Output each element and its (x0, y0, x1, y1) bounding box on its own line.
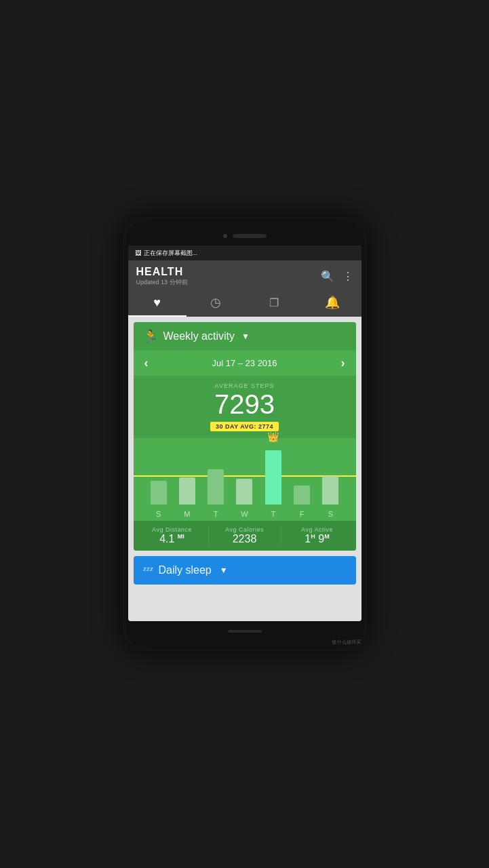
calories-label: Avg Calories (209, 526, 281, 533)
bar-s1 (151, 481, 167, 505)
tab-heart[interactable]: ♥ (128, 290, 187, 315)
avg-steps-value: 7293 (140, 389, 349, 419)
weekly-activity-card: 🏃 Weekly activity ▼ ‹ Jul 17 – 23 2016 ›… (134, 322, 356, 551)
tab-notifications[interactable]: 🔔 (303, 290, 361, 315)
active-label: Avg Active (281, 526, 353, 533)
tab-history[interactable]: ◷ (187, 290, 245, 315)
bar-saturday (316, 443, 345, 505)
header-icons: 🔍 ⋮ (321, 270, 353, 283)
bar-wednesday (230, 443, 258, 505)
bell-icon: 🔔 (325, 295, 340, 310)
app-header: HEALTH Updated 13 分钟前 🔍 ⋮ (128, 260, 361, 290)
bar-monday (173, 443, 201, 505)
heart-icon: ♥ (153, 296, 161, 310)
stats-section: AVERAGE STEPS 7293 30 DAY AVG: 2774 (134, 376, 356, 438)
tab-layers[interactable]: ❐ (245, 291, 303, 315)
status-bar: 🖼 正在保存屏幕截图... (128, 245, 361, 260)
distance-value: 4.1 Mi (136, 533, 208, 545)
phone-frame: 🖼 正在保存屏幕截图... HEALTH Updated 13 分钟前 🔍 ⋮ … (123, 217, 367, 651)
sleep-title: Daily sleep (159, 564, 212, 576)
sleep-card-header: ᶻᶻᶻ Daily sleep ▼ (134, 556, 356, 585)
speaker (233, 234, 267, 238)
stat-active: Avg Active 1H 9M (281, 526, 353, 545)
sleep-icon: ᶻᶻᶻ (143, 565, 153, 576)
chart-bars: 👑 (144, 443, 345, 505)
phone-screen: 🖼 正在保存屏幕截图... HEALTH Updated 13 分钟前 🔍 ⋮ … (128, 245, 361, 621)
bar-friday (288, 443, 316, 505)
running-icon: 🏃 (143, 329, 158, 344)
tab-bar: ♥ ◷ ❐ 🔔 (128, 290, 361, 317)
chart-section: 👑 (134, 438, 356, 507)
day-w: W (230, 510, 258, 518)
camera (223, 234, 227, 238)
header-title-group: HEALTH Updated 13 分钟前 (136, 266, 188, 287)
date-navigation: ‹ Jul 17 – 23 2016 › (134, 351, 356, 376)
main-content: 🏃 Weekly activity ▼ ‹ Jul 17 – 23 2016 ›… (128, 317, 361, 621)
stat-calories: Avg Calories 2238 (209, 526, 281, 545)
bar-m (179, 477, 195, 505)
layers-icon: ❐ (269, 296, 279, 309)
day-s1: S (144, 510, 173, 518)
bar-w (236, 479, 252, 505)
distance-label: Avg Distance (136, 526, 208, 533)
card-header: 🏃 Weekly activity ▼ (134, 322, 356, 351)
bottom-stats: Avg Distance 4.1 Mi Avg Calories 2238 Av… (134, 521, 356, 551)
day-f: F (288, 510, 316, 518)
status-bar-text: 正在保存屏幕截图... (144, 249, 198, 258)
day-t1: T (201, 510, 230, 518)
weekly-activity-title: Weekly activity (163, 330, 235, 342)
more-icon[interactable]: ⋮ (343, 270, 353, 283)
day-s2: S (316, 510, 345, 518)
day-labels: S M T W T F S (134, 507, 356, 521)
sleep-chevron[interactable]: ▼ (220, 566, 228, 575)
watermark: 值 什么值得买 (332, 639, 361, 646)
bar-tuesday (201, 443, 230, 505)
crown-icon: 👑 (267, 431, 279, 442)
prev-week-button[interactable]: ‹ (144, 356, 149, 370)
search-icon[interactable]: 🔍 (321, 270, 334, 283)
bar-thursday: 👑 (259, 443, 288, 505)
phone-top (128, 229, 361, 243)
home-button[interactable] (228, 630, 262, 633)
app-subtitle: Updated 13 分钟前 (136, 278, 188, 287)
avg-steps-label: AVERAGE STEPS (140, 382, 349, 389)
app-title: HEALTH (136, 266, 188, 278)
weekly-activity-chevron[interactable]: ▼ (241, 332, 250, 341)
calories-value: 2238 (209, 533, 281, 545)
date-range: Jul 17 – 23 2016 (212, 358, 277, 368)
bar-sunday (144, 443, 173, 505)
daily-sleep-card: ᶻᶻᶻ Daily sleep ▼ (134, 556, 356, 585)
avg-badge: 30 DAY AVG: 2774 (210, 422, 279, 431)
bar-s2 (322, 476, 338, 505)
bar-f (294, 486, 310, 505)
bar-t2 (265, 450, 281, 505)
bar-t1 (208, 469, 224, 505)
day-t2: T (259, 510, 288, 518)
day-m: M (173, 510, 201, 518)
active-value: 1H 9M (281, 533, 353, 545)
phone-bottom (128, 624, 361, 639)
next-week-button[interactable]: › (340, 356, 345, 370)
clock-icon: ◷ (210, 295, 221, 310)
stat-distance: Avg Distance 4.1 Mi (136, 526, 209, 545)
